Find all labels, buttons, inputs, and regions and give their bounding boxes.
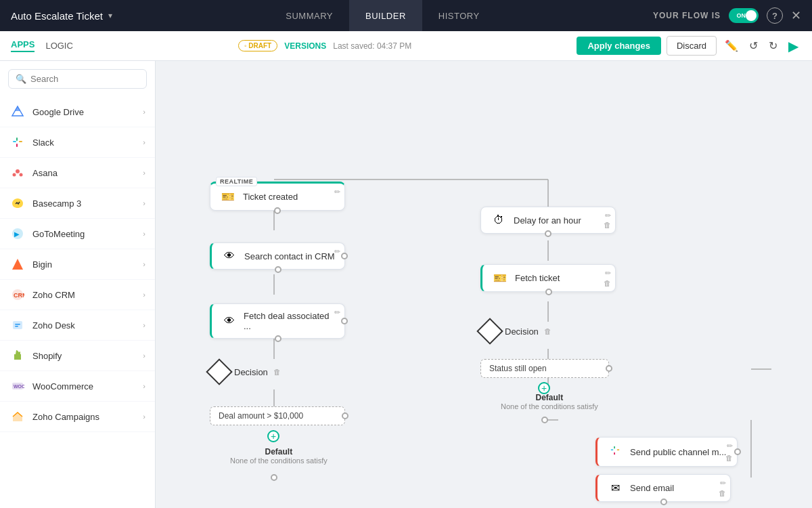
tab-summary[interactable]: SUMMARY <box>269 0 349 31</box>
sidebar-item-bigin[interactable]: Bigin › <box>0 249 155 280</box>
redo-icon[interactable]: ↻ <box>766 37 780 55</box>
search-contact-icon: 👁 <box>221 250 238 262</box>
nav-right: YOUR FLOW IS ON ? ✕ <box>653 7 801 24</box>
basecamp-icon <box>9 195 26 211</box>
decision1-delete-icon[interactable]: 🗑 <box>273 368 281 376</box>
zoho-desk-icon <box>9 317 26 333</box>
fetch-ticket-node[interactable]: 🎫 Fetch ticket ✏ 🗑 <box>480 264 616 292</box>
sidebar-item-zoho-campaigns[interactable]: Zoho Campaigns › <box>0 402 155 432</box>
zoho-crm-icon: CRM <box>9 287 26 303</box>
decision1-label: Decision <box>234 367 268 377</box>
help-button[interactable]: ? <box>767 7 783 24</box>
svg-point-8 <box>20 173 23 177</box>
delay-node[interactable]: ⏱ Delay for an hour ✏ 🗑 <box>480 207 616 234</box>
tab-logic[interactable]: LOGIC <box>45 41 72 51</box>
fetch-deal-node[interactable]: 👁 Fetch deal associated ... ✏ <box>210 303 345 339</box>
add-condition-deal-button[interactable]: + <box>267 430 279 442</box>
sidebar-item-shopify[interactable]: Shopify › <box>0 341 155 371</box>
zoho-crm-label: Zoho CRM <box>32 290 75 300</box>
default2-bottom-dot <box>541 417 548 423</box>
flow-title: Auto Escalate Ticket <box>11 10 103 22</box>
decision1-node[interactable]: Decision 🗑 <box>210 362 281 381</box>
versions-link[interactable]: VERSIONS <box>284 41 326 51</box>
svg-text:▶: ▶ <box>14 230 20 238</box>
asana-label: Asana <box>32 168 58 178</box>
sidebar-item-basecamp[interactable]: Basecamp 3 › <box>0 188 155 219</box>
undo-icon[interactable]: ↺ <box>746 37 761 55</box>
tab-history[interactable]: HISTORY <box>422 0 496 31</box>
search-contact-edit-icon[interactable]: ✏ <box>334 247 340 256</box>
default2-box: Default None of the conditions satisfy <box>501 393 598 410</box>
send-email-bottom-dot <box>660 499 667 505</box>
sidebar: 🔍 Google Drive › <box>0 61 156 508</box>
sidebar-item-zoho-desk[interactable]: Zoho Desk › <box>0 310 155 341</box>
condition-status-box[interactable]: Status still open <box>480 359 609 378</box>
discard-button[interactable]: Discard <box>667 36 717 56</box>
fetch-ticket-edit-icon[interactable]: ✏ <box>605 269 611 278</box>
apply-changes-button[interactable]: Apply changes <box>577 37 660 55</box>
search-input[interactable] <box>30 74 139 84</box>
decision2-diamond <box>476 318 503 345</box>
fetch-deal-right-connector <box>341 318 348 324</box>
send-channel-node[interactable]: Send public channel m... ✏ 🗑 <box>595 437 738 467</box>
flow-toggle[interactable]: ON <box>729 8 759 23</box>
condition-deal-box[interactable]: Deal amount > $10,000 <box>210 406 345 425</box>
basecamp-label: Basecamp 3 <box>32 198 81 209</box>
sidebar-item-left: Zoho Desk <box>9 317 75 333</box>
search-box: 🔍 <box>8 69 147 89</box>
ticket-created-edit-icon[interactable]: ✏ <box>334 188 340 196</box>
search-contact-node[interactable]: 👁 Search contact in CRM ✏ <box>210 242 345 270</box>
sidebar-item-left: Asana <box>9 165 58 181</box>
sidebar-item-zoho-crm[interactable]: CRM Zoho CRM › <box>0 280 155 310</box>
delay-delete-icon[interactable]: 🗑 <box>604 221 611 229</box>
google-drive-chevron: › <box>143 108 145 116</box>
search-contact-bottom-connector <box>275 266 281 273</box>
sidebar-item-google-drive[interactable]: Google Drive › <box>0 97 155 127</box>
svg-rect-2 <box>13 141 16 142</box>
tab-apps[interactable]: APPS <box>11 39 35 52</box>
fetch-deal-bottom-connector <box>275 335 281 342</box>
send-channel-edit-icon[interactable]: ✏ <box>727 442 733 450</box>
decision2-node[interactable]: Decision 🗑 <box>480 322 551 341</box>
tab-builder[interactable]: BUILDER <box>349 0 422 31</box>
svg-text:WOO: WOO <box>14 384 24 389</box>
close-button[interactable]: ✕ <box>791 8 801 23</box>
sidebar-item-asana[interactable]: Asana › <box>0 158 155 188</box>
decision2-label: Decision <box>505 326 539 337</box>
zoho-desk-chevron: › <box>143 321 145 329</box>
sidebar-item-gotomeeting[interactable]: ▶ GoToMeeting › <box>0 219 155 249</box>
flow-title-chevron[interactable]: ▾ <box>108 11 112 20</box>
delay-edit-icon[interactable]: ✏ <box>605 211 611 220</box>
decision2-delete-icon[interactable]: 🗑 <box>544 327 551 335</box>
ticket-created-label: Ticket created <box>243 192 298 202</box>
send-email-delete-icon[interactable]: 🗑 <box>719 489 726 497</box>
sidebar-item-left: CRM Zoho CRM <box>9 287 75 303</box>
zoho-campaigns-label: Zoho Campaigns <box>32 412 99 422</box>
sidebar-item-woocommerce[interactable]: WOO WooCommerce › <box>0 371 155 402</box>
default1-sub: None of the conditions satisfy <box>230 457 328 465</box>
sidebar-item-slack[interactable]: Slack › <box>0 127 155 158</box>
send-email-node[interactable]: ✉ Send email ✏ 🗑 <box>595 474 731 502</box>
gotomeeting-icon: ▶ <box>9 226 26 242</box>
asana-icon <box>9 165 26 181</box>
fetch-ticket-delete-icon[interactable]: 🗑 <box>604 279 611 287</box>
sidebar-item-left: ▶ GoToMeeting <box>9 226 85 242</box>
edit-icon[interactable]: ✏️ <box>722 37 741 55</box>
toolbar: APPS LOGIC ◦ DRAFT VERSIONS Last saved: … <box>0 31 812 61</box>
svg-rect-35 <box>614 452 615 455</box>
svg-marker-11 <box>12 259 23 270</box>
default2-sub: None of the conditions satisfy <box>501 402 598 410</box>
svg-rect-33 <box>614 446 615 449</box>
ticket-created-node[interactable]: REALTIME 🎫 Ticket created ✏ <box>210 182 345 211</box>
sidebar-item-left: Basecamp 3 <box>9 195 81 211</box>
fetch-ticket-icon: 🎫 <box>492 272 508 284</box>
last-saved-text: Last saved: 04:37 PM <box>333 41 411 51</box>
fetch-deal-edit-icon[interactable]: ✏ <box>334 308 340 317</box>
zoho-campaigns-icon <box>9 408 26 425</box>
zoho-crm-chevron: › <box>143 291 145 299</box>
send-channel-delete-icon[interactable]: 🗑 <box>725 454 733 462</box>
run-icon[interactable]: ▶ <box>786 35 801 57</box>
ticket-created-connector[interactable] <box>274 207 281 214</box>
default1-box: Default None of the conditions satisfy <box>230 447 328 465</box>
send-email-edit-icon[interactable]: ✏ <box>720 479 726 488</box>
